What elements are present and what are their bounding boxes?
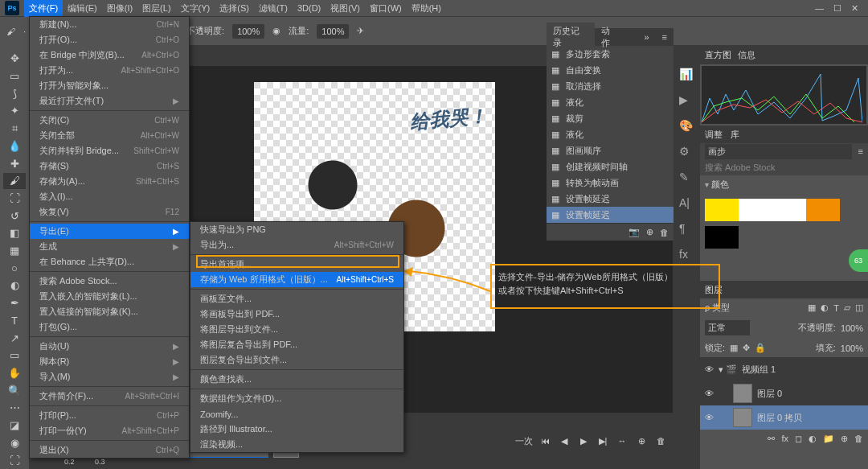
delete-state-icon[interactable]: 🗑	[660, 228, 669, 237]
submenu-item[interactable]: 导出为...Alt+Shift+Ctrl+W	[190, 237, 403, 253]
eraser-tool-icon[interactable]: ◧	[3, 225, 26, 241]
marquee-tool-icon[interactable]: ▭	[3, 68, 26, 84]
filter-smart-icon[interactable]: ◫	[855, 302, 863, 313]
histogram-icon[interactable]: 📊	[679, 68, 694, 82]
submenu-item[interactable]: 快速导出为 PNG	[190, 222, 403, 237]
fgbg-swatch-icon[interactable]: ◪	[3, 418, 26, 434]
submenu-item[interactable]: 颜色查找表...	[190, 372, 403, 387]
history-state[interactable]: ▦自由变换	[547, 62, 674, 78]
adjust-icon[interactable]: ⚙	[679, 145, 694, 159]
submenu-item[interactable]: 数据组作为文件(D)...	[190, 391, 403, 406]
submenu-item[interactable]: 存储为 Web 所用格式（旧版）...Alt+Shift+Ctrl+S	[190, 272, 403, 287]
menu-edit[interactable]: 编辑(E)	[63, 0, 102, 17]
menu-item[interactable]: 生成▶	[30, 239, 189, 254]
menu-item[interactable]: 打包(G)...	[30, 319, 189, 335]
history-state[interactable]: ▦液化	[547, 94, 674, 110]
opacity-field[interactable]: 100%	[232, 24, 264, 39]
new-group-icon[interactable]: 📁	[823, 434, 834, 444]
link-layers-icon[interactable]: ⚯	[768, 434, 775, 444]
eyedropper-tool-icon[interactable]: 💧	[3, 138, 26, 154]
flow-field[interactable]: 100%	[317, 24, 349, 39]
layer-fx-icon[interactable]: fx	[781, 434, 788, 443]
tween-icon[interactable]: ↔	[615, 434, 629, 448]
history-state[interactable]: ▦液化	[547, 126, 674, 142]
search-stock-input[interactable]: 搜索 Adobe Stock	[705, 162, 775, 174]
next-frame-icon[interactable]: ▶|	[596, 434, 610, 448]
menu-filter[interactable]: 滤镜(T)	[254, 0, 293, 17]
panel-collapse-icon[interactable]: »	[637, 30, 655, 44]
lock-position-icon[interactable]: ✥	[743, 343, 750, 353]
submenu-item[interactable]: 导出首选项...	[190, 257, 403, 272]
window-close-icon[interactable]: ✕	[851, 3, 858, 14]
screenmode-icon[interactable]: ⛶	[3, 452, 26, 468]
window-maximize-icon[interactable]: ☐	[833, 3, 841, 14]
heal-tool-icon[interactable]: ✚	[3, 155, 26, 171]
submenu-item[interactable]: Zoomify...	[190, 406, 403, 422]
wand-tool-icon[interactable]: ✦	[3, 103, 26, 119]
history-state[interactable]: ▦转换为帧动画	[547, 175, 674, 191]
visibility-icon[interactable]: 👁	[705, 413, 714, 422]
quickmask-icon[interactable]: ◉	[3, 434, 26, 450]
zoom-tool-icon[interactable]: 🔍	[3, 382, 26, 398]
menu-item[interactable]: 打印(P)...Ctrl+P	[30, 408, 189, 423]
menu-item[interactable]: 脚本(R)▶	[30, 354, 189, 369]
menu-3d[interactable]: 3D(D)	[293, 1, 326, 15]
menu-item[interactable]: 打开为...Alt+Shift+Ctrl+O	[30, 63, 189, 78]
layer-row[interactable]: 👁 图层 0 拷贝	[700, 405, 868, 430]
window-minimize-icon[interactable]: —	[815, 3, 824, 14]
visibility-icon[interactable]: 👁	[705, 389, 714, 398]
menu-item[interactable]: 在 Behance 上共享(D)...	[30, 254, 189, 269]
layer-group-row[interactable]: 👁 ▾ 🎬 视频组 1	[700, 357, 868, 381]
dodge-tool-icon[interactable]: ◐	[3, 278, 26, 294]
new-layer-icon[interactable]: ⊕	[841, 434, 848, 444]
filter-shape-icon[interactable]: ▱	[844, 302, 850, 313]
menu-item[interactable]: 新建(N)...Ctrl+N	[30, 17, 189, 32]
swatch[interactable]	[705, 226, 739, 249]
menu-file[interactable]: 文件(F)	[24, 0, 63, 17]
stamp-tool-icon[interactable]: ⛶	[3, 191, 26, 207]
swatch[interactable]	[739, 199, 772, 221]
first-frame-icon[interactable]: ⏮	[538, 434, 552, 448]
menu-image[interactable]: 图像(I)	[102, 0, 137, 17]
menu-item[interactable]: 存储为(A)...Shift+Ctrl+S	[30, 174, 189, 189]
menu-item[interactable]: 关闭(C)Ctrl+W	[30, 113, 189, 128]
filter-adjust-icon[interactable]: ◐	[821, 302, 829, 313]
submenu-item[interactable]: 画板至文件...	[190, 291, 403, 306]
character-icon[interactable]: A|	[679, 196, 694, 211]
menu-item[interactable]: 打开为智能对象...	[30, 78, 189, 93]
submenu-item[interactable]: 渲染视频...	[190, 437, 403, 452]
delete-frame-icon[interactable]: 🗑	[653, 434, 668, 448]
play-icon[interactable]: ▶	[679, 93, 694, 108]
hand-tool-icon[interactable]: ✋	[3, 365, 26, 381]
menu-item[interactable]: 文件简介(F)...Alt+Shift+Ctrl+I	[30, 389, 189, 404]
history-state[interactable]: ▦裁剪	[547, 110, 674, 126]
brushes-icon[interactable]: ✎	[679, 171, 694, 185]
menu-item[interactable]: 最近打开文件(T)▶	[30, 93, 189, 109]
menu-item[interactable]: 搜索 Adobe Stock...	[30, 274, 189, 289]
lasso-tool-icon[interactable]: ⟆	[3, 85, 26, 101]
menu-layer[interactable]: 图层(L)	[137, 0, 175, 17]
submenu-item[interactable]: 将图层导出到文件...	[190, 322, 403, 337]
histogram-tab[interactable]: 直方图	[705, 49, 731, 61]
menu-item[interactable]: 置入链接的智能对象(K)...	[30, 304, 189, 319]
menu-help[interactable]: 帮助(H)	[407, 0, 446, 17]
delete-layer-icon[interactable]: 🗑	[854, 434, 863, 443]
submenu-item[interactable]: 将图层复合导出到 PDF...	[190, 337, 403, 352]
path-tool-icon[interactable]: ↗	[3, 330, 26, 346]
visibility-icon[interactable]: 👁	[705, 364, 714, 374]
swatches-icon[interactable]: 🎨	[679, 119, 694, 134]
pen-tool-icon[interactable]: ✒	[3, 295, 26, 311]
lock-pixels-icon[interactable]: ▦	[730, 343, 738, 353]
menu-item[interactable]: 恢复(V)F12	[30, 204, 189, 220]
play-icon[interactable]: ▶	[576, 434, 591, 448]
menu-select[interactable]: 选择(S)	[215, 0, 254, 17]
menu-item[interactable]: 置入嵌入的智能对象(L)...	[30, 289, 189, 304]
menu-item[interactable]: 关闭全部Alt+Ctrl+W	[30, 128, 189, 143]
filter-type-icon[interactable]: T	[833, 303, 839, 313]
frame-delay-1[interactable]: 0.2	[64, 458, 75, 466]
crop-tool-icon[interactable]: ⌗	[3, 121, 26, 137]
menu-type[interactable]: 文字(Y)	[176, 0, 215, 17]
fill-field[interactable]: 100%	[841, 344, 863, 353]
more-tools-icon[interactable]: ⋯	[3, 400, 26, 416]
menu-view[interactable]: 视图(V)	[326, 0, 365, 17]
